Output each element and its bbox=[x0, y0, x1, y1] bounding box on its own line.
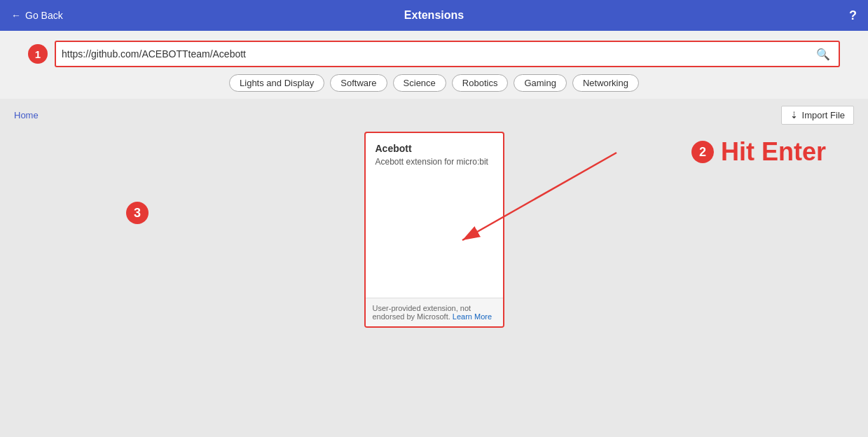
go-back-label: Go Back bbox=[25, 10, 63, 21]
search-icon: 🔍 bbox=[816, 48, 830, 60]
step3-badge: 3 bbox=[126, 202, 149, 224]
step2-annotation: 2 Hit Enter bbox=[691, 137, 826, 167]
category-pill[interactable]: Software bbox=[330, 74, 387, 92]
card-footer: User-provided extension, not endorsed by… bbox=[366, 298, 503, 326]
learn-more-link[interactable]: Learn More bbox=[453, 312, 492, 321]
search-input[interactable] bbox=[62, 48, 813, 60]
home-breadcrumb[interactable]: Home bbox=[14, 110, 39, 120]
main-content: Home ⇣ Import File Acebott Acebott exten… bbox=[0, 99, 868, 437]
step2-badge: 2 bbox=[691, 141, 714, 163]
card-title: Acebott bbox=[376, 143, 493, 154]
header: ← Go Back Extensions ? bbox=[0, 0, 868, 31]
page-title: Extensions bbox=[404, 9, 464, 22]
extension-card[interactable]: Acebott Acebott extension for micro:bit … bbox=[364, 132, 504, 328]
cards-area: Acebott Acebott extension for micro:bit … bbox=[0, 132, 868, 328]
search-button[interactable]: 🔍 bbox=[813, 48, 833, 61]
category-pill[interactable]: Networking bbox=[572, 74, 639, 92]
search-box-wrapper: 🔍 bbox=[55, 41, 840, 67]
category-pill[interactable]: Robotics bbox=[452, 74, 509, 92]
category-pills: Lights and DisplaySoftwareScienceRobotic… bbox=[229, 74, 639, 92]
help-button[interactable]: ? bbox=[849, 8, 857, 23]
category-pill[interactable]: Lights and Display bbox=[229, 74, 324, 92]
import-file-button[interactable]: ⇣ Import File bbox=[781, 106, 854, 125]
search-row: 1 🔍 bbox=[28, 41, 840, 67]
search-area: 1 🔍 Lights and DisplaySoftwareScienceRob… bbox=[0, 31, 868, 99]
import-file-label: Import File bbox=[802, 110, 845, 120]
breadcrumb-bar: Home ⇣ Import File bbox=[0, 99, 868, 132]
go-back-button[interactable]: ← Go Back bbox=[11, 10, 63, 21]
import-icon: ⇣ bbox=[790, 110, 798, 120]
arrow-left-icon: ← bbox=[11, 10, 21, 21]
step1-badge: 1 bbox=[28, 44, 48, 64]
card-body: Acebott Acebott extension for micro:bit bbox=[366, 133, 503, 228]
category-pill[interactable]: Science bbox=[393, 74, 446, 92]
card-image-area bbox=[366, 228, 503, 298]
category-pill[interactable]: Gaming bbox=[514, 74, 567, 92]
step2-text: Hit Enter bbox=[721, 137, 826, 167]
card-description: Acebott extension for micro:bit bbox=[376, 157, 493, 167]
